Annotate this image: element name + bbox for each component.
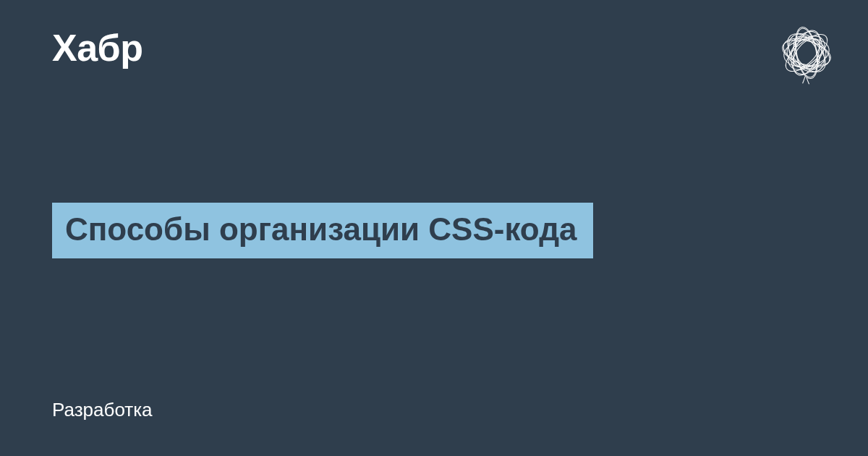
article-category: Разработка	[52, 399, 153, 421]
header: Хабр	[52, 26, 839, 85]
svg-point-12	[788, 32, 825, 74]
svg-point-7	[781, 27, 832, 79]
svg-point-4	[780, 28, 833, 78]
scribble-icon	[774, 20, 839, 85]
article-title: Способы организации CSS-кода	[52, 203, 593, 258]
article-title-container: Способы организации CSS-кода	[52, 203, 593, 258]
site-logo: Хабр	[52, 26, 143, 69]
